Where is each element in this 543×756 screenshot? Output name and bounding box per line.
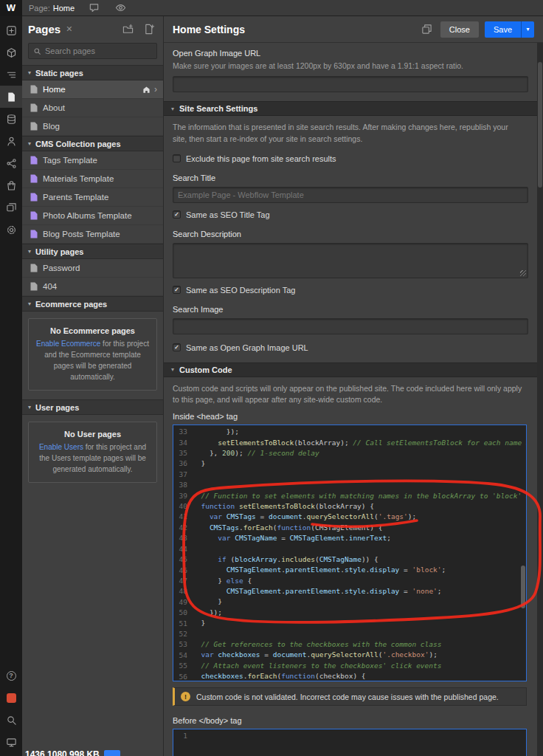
status-badge [104,750,120,756]
duplicate-icon[interactable] [420,22,435,37]
editor-scrollbar-thumb[interactable] [521,566,525,608]
zoom-icon[interactable] [0,709,22,731]
head-code-editor[interactable]: 3334353637383940414243444546474849505152… [173,425,527,681]
page-icon [30,264,38,272]
pages-section-header[interactable]: ▾Utility pages [22,244,163,259]
page-icon [30,85,38,94]
before-body-label: Before </body> tag [173,716,528,725]
custom-code-header[interactable]: ▾ Custom Code [164,362,537,377]
collapse-arrow-icon: ▾ [28,300,31,307]
page-icon [30,156,38,165]
comment-icon[interactable] [86,1,101,15]
assets-icon[interactable] [0,152,22,174]
collapse-arrow-icon: ▾ [171,366,174,373]
pages-panel-title: Pages [28,23,60,35]
page-icon [30,211,38,220]
open-graph-image-url-input[interactable] [173,76,528,92]
search-description-textarea[interactable] [173,243,528,278]
page-icon [30,103,38,112]
pages-section-header[interactable]: ▾Ecommerce pages [22,296,163,312]
panel-scrollbar[interactable] [537,43,543,756]
breadcrumb: Page: Home [29,4,75,13]
same-seo-description-checkbox[interactable]: ✓ [173,286,181,294]
page-item-home[interactable]: Home› [22,80,163,99]
home-icon [142,86,151,94]
empty-state: No User pagesEnable Users for this proje… [28,422,157,483]
page-item-about[interactable]: About [22,99,163,117]
body-code-editor[interactable]: 1 [173,729,527,756]
page-item-parents-template[interactable]: Parents Template [22,188,163,207]
navigator-icon[interactable] [0,63,22,86]
save-button[interactable]: Save ▾ [485,21,534,38]
page-icon [30,122,38,131]
settings-header: Home Settings Close Save ▾ [164,16,543,43]
site-search-info: The information that is presented in sit… [173,122,522,145]
same-seo-title-checkbox[interactable]: ✓ [173,210,181,219]
page-label: Page: [29,4,50,13]
media-icon[interactable] [0,196,22,219]
collapse-arrow-icon: ▾ [28,140,31,147]
page-icon [30,282,38,291]
open-graph-label: Open Graph Image URL [173,49,528,58]
add-icon[interactable] [0,19,22,41]
pages-search[interactable] [28,43,157,59]
page-item-blog-posts-template[interactable]: Blog Posts Template [22,225,163,244]
new-page-icon[interactable] [141,21,157,36]
same-open-graph-checkbox[interactable]: ✓ [173,343,181,351]
status-bar: 1436 1080 998 KB [25,749,120,756]
cms-icon[interactable] [0,108,22,130]
search-image-input[interactable] [173,318,528,334]
page-item-photo-albums-template[interactable]: Photo Albums Template [22,207,163,225]
code-content[interactable]: }); setElementsToBlock(blockArray); // C… [193,425,526,681]
chevron-down-icon: ▾ [522,21,534,38]
chevron-right-icon: › [154,85,157,94]
collapse-arrow-icon: ▾ [28,69,31,76]
site-search-settings-header[interactable]: ▾ Site Search Settings [164,101,537,116]
pages-section-header[interactable]: ▾Static pages [22,65,163,80]
users-icon[interactable] [0,130,22,152]
new-folder-icon[interactable] [120,21,136,36]
code-content[interactable] [193,729,526,756]
ecommerce-icon[interactable] [0,174,22,196]
page-item-password[interactable]: Password [22,259,163,278]
warning-icon: ! [181,692,190,701]
close-button[interactable]: Close [440,21,479,38]
pages-section-header[interactable]: ▾User pages [22,399,163,415]
pages-panel: Pages ✕ ▾Static pagesHome›AboutBlog▾CMS … [22,16,164,756]
page-title: Home Settings [173,24,414,35]
search-title-input[interactable] [173,187,528,203]
help-icon[interactable]: ? [0,664,22,687]
search-pages-input[interactable] [45,47,152,55]
components-icon[interactable] [0,41,22,63]
search-image-label: Search Image [173,305,528,314]
page-item-404[interactable]: 404 [22,278,163,296]
enable-link[interactable]: Enable Users [39,443,83,451]
webflow-logo-icon[interactable]: W [0,0,22,16]
save-label: Save [485,21,521,38]
page-icon [30,193,38,202]
enable-link[interactable]: Enable Ecommerce [36,340,100,348]
pages-icon[interactable] [0,86,22,108]
page-item-materials-template[interactable]: Materials Template [22,170,163,188]
inside-head-label: Inside <head> tag [173,412,528,421]
collapse-arrow-icon: ▾ [171,106,174,112]
status-text: 1436 1080 998 KB [25,749,100,756]
preview-eye-icon[interactable] [113,1,128,15]
settings-panel: Home Settings Close Save ▾ Open Graph Im… [164,16,543,756]
pages-section-header[interactable]: ▾CMS Collection pages [22,136,163,151]
page-item-blog[interactable]: Blog [22,117,163,136]
page-name: Home [53,4,75,13]
red-app-icon[interactable] [0,687,22,709]
page-icon [30,230,38,238]
page-item-tags-template[interactable]: Tags Template [22,151,163,170]
page-icon [30,174,38,183]
settings-icon[interactable] [0,219,22,241]
custom-code-warning: ! Custom code is not validated. Incorrec… [173,687,527,706]
search-icon [33,47,41,55]
collapse-arrow-icon: ▾ [28,248,31,255]
empty-state: No Ecommerce pagesEnable Ecommerce for t… [28,318,157,391]
exclude-search-checkbox[interactable] [173,154,181,162]
left-toolbar: ? [0,16,22,756]
screen-icon[interactable] [0,731,22,753]
close-panel-icon[interactable]: ✕ [66,24,72,34]
